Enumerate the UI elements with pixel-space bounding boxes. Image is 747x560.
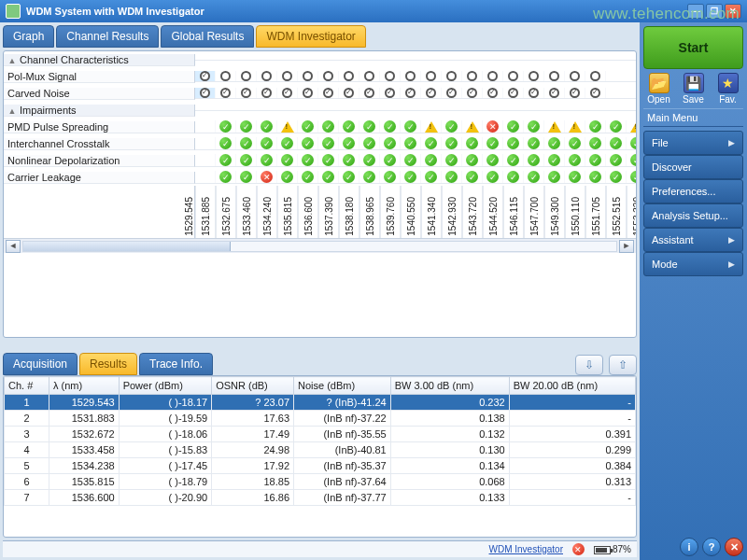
matrix-cell[interactable]: [216, 120, 236, 133]
wavelength-column[interactable]: 1540.550: [401, 186, 421, 238]
matrix-cell[interactable]: [236, 71, 257, 81]
matrix-cell[interactable]: [462, 120, 483, 133]
matrix-cell[interactable]: [195, 137, 216, 149]
panel-down-button[interactable]: ⇩: [575, 355, 603, 375]
matrix-cell[interactable]: [421, 171, 442, 183]
scroll-left-button[interactable]: ◄: [6, 240, 21, 253]
matrix-cell[interactable]: [565, 171, 585, 183]
matrix-cell[interactable]: [339, 171, 359, 183]
matrix-cell[interactable]: [627, 171, 636, 183]
matrix-cell[interactable]: [503, 171, 524, 183]
matrix-cell[interactable]: [421, 71, 442, 81]
matrix-cell[interactable]: [298, 154, 318, 166]
table-row[interactable]: 11529.543( )-18.17? 23.07? (InB)-41.240.…: [5, 395, 636, 411]
table-row[interactable]: 51534.238( )-17.4517.92(InB nf)-35.370.1…: [5, 458, 636, 474]
matrix-cell[interactable]: [257, 171, 277, 183]
power-button[interactable]: ✕: [725, 538, 743, 556]
matrix-cell[interactable]: [524, 171, 544, 183]
matrix-cell[interactable]: [503, 137, 524, 149]
table-row[interactable]: 41533.458( )-15.8324.98(InB)-40.810.1300…: [5, 442, 636, 458]
column-header[interactable]: Noise (dBm): [294, 377, 391, 395]
matrix-cell[interactable]: [339, 88, 359, 98]
wavelength-column[interactable]: 1536.600: [298, 186, 318, 238]
matrix-cell[interactable]: [401, 154, 421, 166]
matrix-cell[interactable]: [339, 71, 359, 81]
column-header[interactable]: λ (nm): [49, 377, 119, 395]
matrix-cell[interactable]: [257, 154, 277, 166]
matrix-cell[interactable]: [585, 71, 606, 81]
matrix-cell[interactable]: [257, 88, 277, 98]
start-button[interactable]: Start: [643, 26, 743, 69]
matrix-cell[interactable]: [565, 137, 585, 149]
scroll-right-button[interactable]: ►: [619, 240, 634, 253]
matrix-cell[interactable]: [318, 137, 339, 149]
matrix-cell[interactable]: [236, 120, 257, 133]
info-button[interactable]: i: [680, 538, 698, 556]
group-header[interactable]: ▲ Channel Characteristics: [4, 54, 195, 66]
matrix-cell[interactable]: [442, 88, 462, 98]
matrix-cell[interactable]: [483, 120, 503, 133]
matrix-cell[interactable]: [195, 120, 216, 133]
matrix-cell[interactable]: [277, 137, 298, 149]
matrix-cell[interactable]: [277, 71, 298, 81]
matrix-cell[interactable]: [606, 171, 627, 183]
matrix-cell[interactable]: [359, 137, 380, 149]
table-row[interactable]: 31532.672( )-18.0617.49(InB nf)-35.550.1…: [5, 427, 636, 442]
matrix-cell[interactable]: [585, 154, 606, 166]
menu-item-file[interactable]: File▶: [643, 131, 743, 155]
wavelength-column[interactable]: 1533.460: [236, 186, 257, 238]
matrix-cell[interactable]: [195, 154, 216, 166]
matrix-cell[interactable]: [462, 137, 483, 149]
scroll-track[interactable]: [22, 241, 617, 252]
top-tab-channel-results[interactable]: Channel Results: [56, 25, 159, 48]
wavelength-column[interactable]: 1553.320: [627, 186, 636, 238]
matrix-cell[interactable]: [216, 154, 236, 166]
matrix-cell[interactable]: [524, 88, 544, 98]
matrix-cell[interactable]: [298, 88, 318, 98]
matrix-cell[interactable]: [359, 171, 380, 183]
matrix-cell[interactable]: [503, 71, 524, 81]
column-header[interactable]: BW 20.00 dB (nm): [509, 377, 635, 395]
matrix-cell[interactable]: [359, 120, 380, 133]
matrix-cell[interactable]: [298, 120, 318, 133]
open-button[interactable]: 📂 Open: [643, 73, 674, 105]
matrix-cell[interactable]: [483, 171, 503, 183]
matrix-cell[interactable]: [544, 120, 565, 133]
column-header[interactable]: Ch. #: [5, 377, 49, 395]
matrix-cell[interactable]: [462, 154, 483, 166]
matrix-cell[interactable]: [524, 154, 544, 166]
matrix-cell[interactable]: [544, 171, 565, 183]
matrix-cell[interactable]: [401, 171, 421, 183]
matrix-cell[interactable]: [318, 120, 339, 133]
matrix-cell[interactable]: [359, 71, 380, 81]
matrix-cell[interactable]: [257, 71, 277, 81]
status-link[interactable]: WDM Investigator: [489, 544, 563, 554]
wavelength-column[interactable]: 1544.520: [483, 186, 503, 238]
save-button[interactable]: 💾 Save: [678, 73, 709, 105]
matrix-cell[interactable]: [627, 154, 636, 166]
wavelength-column[interactable]: 1549.300: [544, 186, 565, 238]
fav-button[interactable]: ★ Fav.: [712, 73, 743, 105]
matrix-cell[interactable]: [524, 120, 544, 133]
matrix-cell[interactable]: [339, 154, 359, 166]
matrix-cell[interactable]: [298, 137, 318, 149]
table-row[interactable]: 21531.883( )-19.5917.63(InB nf)-37.220.1…: [5, 411, 636, 427]
matrix-cell[interactable]: [606, 120, 627, 133]
matrix-cell[interactable]: [421, 88, 442, 98]
wavelength-column[interactable]: 1552.515: [606, 186, 627, 238]
bottom-tab-trace-info-[interactable]: Trace Info.: [139, 353, 213, 375]
matrix-cell[interactable]: [483, 154, 503, 166]
matrix-cell[interactable]: [277, 120, 298, 133]
matrix-cell[interactable]: [401, 137, 421, 149]
matrix-cell[interactable]: [544, 154, 565, 166]
matrix-cell[interactable]: [359, 154, 380, 166]
matrix-cell[interactable]: [401, 88, 421, 98]
matrix-cell[interactable]: [216, 171, 236, 183]
column-header[interactable]: Power (dBm): [119, 377, 212, 395]
matrix-cell[interactable]: [216, 71, 236, 81]
wavelength-column[interactable]: 1543.720: [462, 186, 483, 238]
matrix-cell[interactable]: [585, 120, 606, 133]
matrix-cell[interactable]: [627, 137, 636, 149]
matrix-cell[interactable]: [401, 71, 421, 81]
matrix-cell[interactable]: [565, 71, 585, 81]
